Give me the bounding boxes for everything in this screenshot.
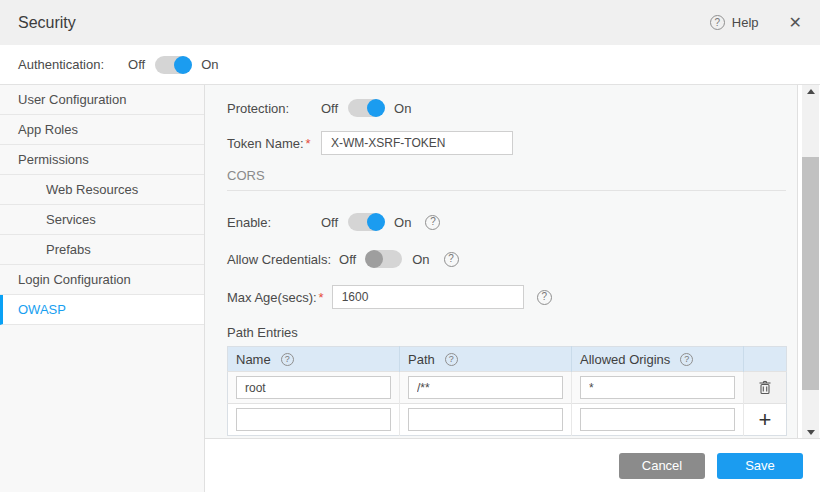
max-age-row: Max Age(secs):* ? — [227, 285, 786, 309]
new-entry-origins-input[interactable] — [580, 408, 735, 431]
path-entries-table: Name? Path? Allowed Origins? — [227, 346, 787, 436]
path-help-icon[interactable]: ? — [445, 353, 458, 366]
enable-off-label: Off — [321, 215, 338, 230]
protection-on-label: On — [394, 101, 411, 116]
token-name-input[interactable] — [321, 131, 513, 155]
delete-row-button[interactable] — [744, 372, 786, 403]
token-name-row: Token Name:* — [227, 131, 786, 155]
cors-divider — [227, 190, 786, 191]
enable-toggle[interactable] — [348, 213, 384, 231]
toggle-knob — [367, 213, 385, 231]
vertical-scrollbar[interactable] — [802, 85, 819, 438]
allow-credentials-label: Allow Credentials: — [227, 252, 331, 267]
table-header-row: Name? Path? Allowed Origins? — [228, 347, 787, 372]
cors-heading: CORS — [227, 168, 786, 183]
sidebar-item-web-resources[interactable]: Web Resources — [0, 175, 204, 205]
authentication-off-label: Off — [128, 57, 145, 72]
sidebar-item-owasp[interactable]: OWASP — [0, 295, 204, 325]
owasp-form: Protection: Off On Token Name:* CORS — [205, 85, 798, 438]
sidebar-item-permissions[interactable]: Permissions — [0, 145, 204, 175]
new-entry-path-input[interactable] — [408, 408, 563, 431]
dialog-body: User Configuration App Roles Permissions… — [0, 85, 820, 492]
dialog-footer: Cancel Save — [205, 439, 820, 492]
allowed-origins-help-icon[interactable]: ? — [680, 353, 693, 366]
path-entry-name-input[interactable] — [236, 376, 391, 399]
path-entry-row — [228, 372, 787, 404]
path-entry-origins-input[interactable] — [580, 376, 735, 399]
header-actions: ? Help ✕ — [710, 15, 802, 31]
max-age-label: Max Age(secs):* — [227, 290, 324, 305]
sidebar-item-login-configuration[interactable]: Login Configuration — [0, 265, 204, 295]
add-row-button[interactable]: + — [744, 404, 786, 435]
authentication-bar: Authentication: Off On — [0, 45, 820, 85]
protection-label: Protection: — [227, 101, 313, 116]
allow-credentials-toggle[interactable] — [366, 250, 402, 268]
new-entry-name-input[interactable] — [236, 408, 391, 431]
protection-row: Protection: Off On — [227, 99, 786, 117]
scrollbar-gutter — [798, 85, 819, 438]
trash-icon — [758, 380, 772, 395]
cors-enable-row: Enable: Off On ? — [227, 213, 786, 231]
protection-off-label: Off — [321, 101, 338, 116]
allow-credentials-on-label: On — [412, 252, 429, 267]
path-entries-label: Path Entries — [227, 325, 786, 340]
sidebar-item-services[interactable]: Services — [0, 205, 204, 235]
path-entry-path-input[interactable] — [408, 376, 563, 399]
required-asterisk: * — [306, 136, 311, 151]
scroll-up-arrow[interactable] — [802, 85, 819, 97]
max-age-input[interactable] — [332, 285, 524, 309]
authentication-on-label: On — [201, 57, 218, 72]
column-header-actions — [744, 347, 787, 372]
column-header-allowed-origins: Allowed Origins? — [572, 347, 744, 372]
name-help-icon[interactable]: ? — [281, 353, 294, 366]
allow-credentials-help-icon[interactable]: ? — [444, 252, 459, 267]
scrollbar-thumb[interactable] — [802, 157, 819, 390]
token-name-label: Token Name:* — [227, 136, 313, 151]
authentication-label: Authentication: — [18, 57, 104, 72]
plus-icon: + — [759, 409, 772, 431]
close-icon[interactable]: ✕ — [789, 15, 802, 31]
allow-credentials-row: Allow Credentials: Off On ? — [227, 250, 786, 268]
sidebar: User Configuration App Roles Permissions… — [0, 85, 205, 492]
toggle-knob — [365, 250, 383, 268]
allow-credentials-off-label: Off — [339, 252, 356, 267]
security-dialog: Security ? Help ✕ Authentication: Off On… — [0, 0, 820, 492]
protection-toggle[interactable] — [348, 99, 384, 117]
page-title: Security — [18, 14, 76, 32]
toggle-knob — [174, 56, 192, 74]
required-asterisk: * — [319, 290, 324, 305]
scroll-area: Protection: Off On Token Name:* CORS — [205, 85, 820, 439]
scroll-down-arrow[interactable] — [802, 426, 819, 438]
help-icon[interactable]: ? — [710, 15, 725, 30]
enable-on-label: On — [394, 215, 411, 230]
dialog-header: Security ? Help ✕ — [0, 0, 820, 45]
authentication-toggle-group: Off On — [104, 56, 218, 74]
help-link[interactable]: Help — [732, 15, 759, 30]
max-age-help-icon[interactable]: ? — [537, 290, 552, 305]
enable-help-icon[interactable]: ? — [425, 215, 440, 230]
sidebar-item-user-configuration[interactable]: User Configuration — [0, 85, 204, 115]
cancel-button[interactable]: Cancel — [619, 453, 705, 479]
main-panel: Protection: Off On Token Name:* CORS — [205, 85, 820, 492]
authentication-toggle[interactable] — [155, 56, 191, 74]
path-entry-row-new: + — [228, 404, 787, 436]
sidebar-item-prefabs[interactable]: Prefabs — [0, 235, 204, 265]
column-header-name: Name? — [228, 347, 400, 372]
sidebar-item-app-roles[interactable]: App Roles — [0, 115, 204, 145]
enable-label: Enable: — [227, 215, 313, 230]
save-button[interactable]: Save — [717, 453, 803, 479]
column-header-path: Path? — [400, 347, 572, 372]
toggle-knob — [367, 99, 385, 117]
